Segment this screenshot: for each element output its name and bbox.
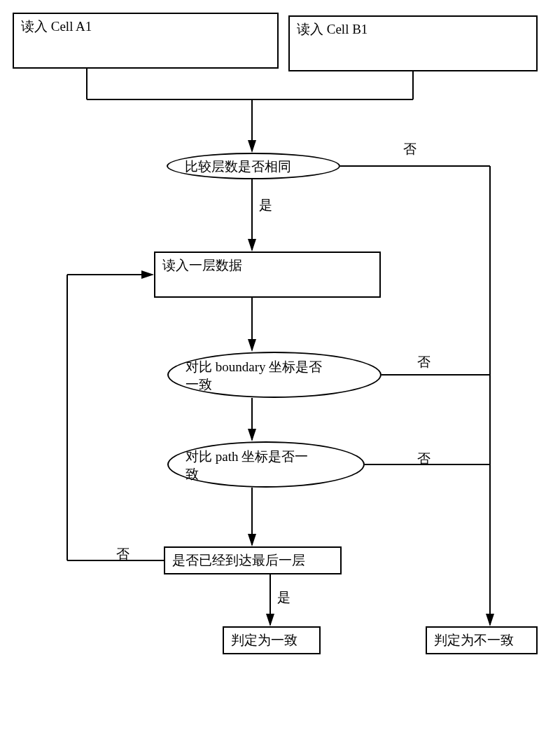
- edge-label-no: 否: [116, 545, 130, 563]
- node-label: 比较层数是否相同: [185, 159, 291, 174]
- result-match: 判定为一致: [223, 626, 321, 654]
- node-label: 是否已经到达最后一层: [172, 553, 305, 567]
- edge-label-no: 否: [417, 450, 430, 468]
- node-label: 读入一层数据: [162, 258, 242, 273]
- edge-label-yes: 是: [277, 588, 290, 607]
- node-label: 判定为不一致: [434, 633, 514, 647]
- input-cell-a1: 读入 Cell A1: [13, 13, 279, 69]
- edge-label-no: 否: [417, 353, 430, 371]
- edge-label-no: 否: [403, 140, 416, 158]
- node-label: 读入 Cell B1: [297, 22, 368, 36]
- node-label: 对比 boundary 坐标是否 一致: [186, 359, 322, 392]
- decision-compare-path: 对比 path 坐标是否一 致: [167, 441, 365, 488]
- node-label: 对比 path 坐标是否一 致: [186, 449, 308, 481]
- node-label: 判定为一致: [231, 633, 298, 647]
- decision-compare-layers: 比较层数是否相同: [167, 153, 340, 179]
- input-cell-b1: 读入 Cell B1: [288, 15, 538, 71]
- node-label: 读入 Cell A1: [21, 19, 92, 34]
- decision-last-layer: 是否已经到达最后一层: [164, 546, 342, 574]
- result-no-match: 判定为不一致: [426, 626, 538, 654]
- decision-compare-boundary: 对比 boundary 坐标是否 一致: [167, 352, 382, 398]
- edge-label-yes: 是: [259, 196, 272, 214]
- process-read-layer: 读入一层数据: [154, 252, 381, 298]
